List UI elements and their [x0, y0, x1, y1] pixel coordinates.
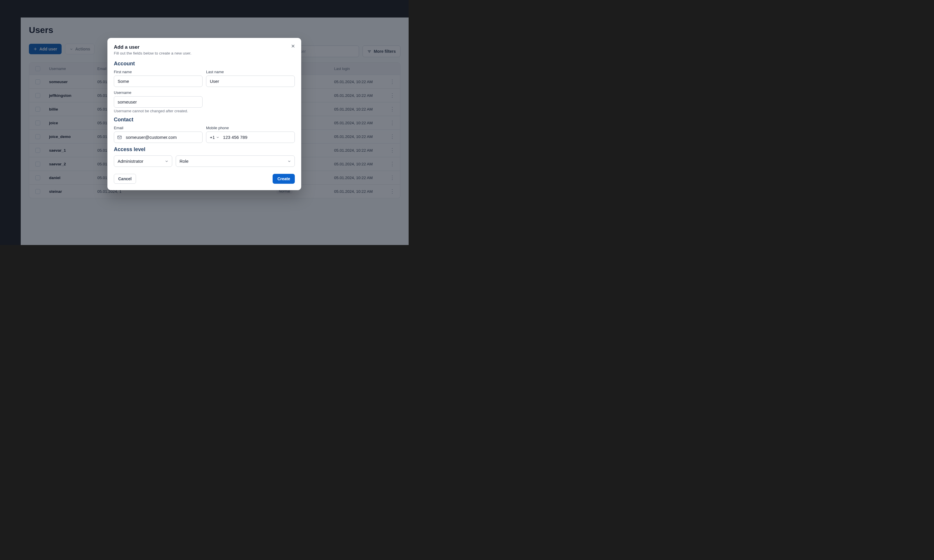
email-input[interactable]	[114, 132, 203, 143]
username-input[interactable]	[114, 96, 203, 108]
username-help: Username cannot be changed after created…	[114, 109, 203, 113]
mail-icon	[117, 135, 122, 140]
add-user-modal: Add a user Fill out the fields below to …	[108, 38, 301, 190]
section-account: Account	[114, 61, 295, 67]
last-name-input[interactable]	[206, 75, 295, 87]
country-code-value: +1	[210, 135, 215, 140]
close-button[interactable]	[289, 42, 297, 50]
email-label: Email	[114, 126, 203, 130]
mobile-label: Mobile phone	[206, 126, 295, 130]
phone-input[interactable]	[223, 132, 291, 143]
first-name-label: First name	[114, 70, 203, 74]
modal-title: Add a user	[114, 44, 295, 50]
last-name-label: Last name	[206, 70, 295, 74]
access-level-select[interactable]	[114, 155, 172, 167]
first-name-input[interactable]	[114, 75, 203, 87]
username-label: Username	[114, 91, 203, 95]
chevron-down-icon	[216, 135, 219, 139]
cancel-button[interactable]: Cancel	[114, 174, 136, 184]
modal-subtitle: Fill out the fields below to create a ne…	[114, 51, 295, 55]
create-button[interactable]: Create	[273, 174, 295, 184]
section-access: Access level	[114, 146, 295, 152]
section-contact: Contact	[114, 117, 295, 123]
role-select[interactable]	[176, 155, 295, 167]
country-code-select[interactable]: +1	[210, 132, 219, 143]
close-icon	[291, 44, 295, 48]
